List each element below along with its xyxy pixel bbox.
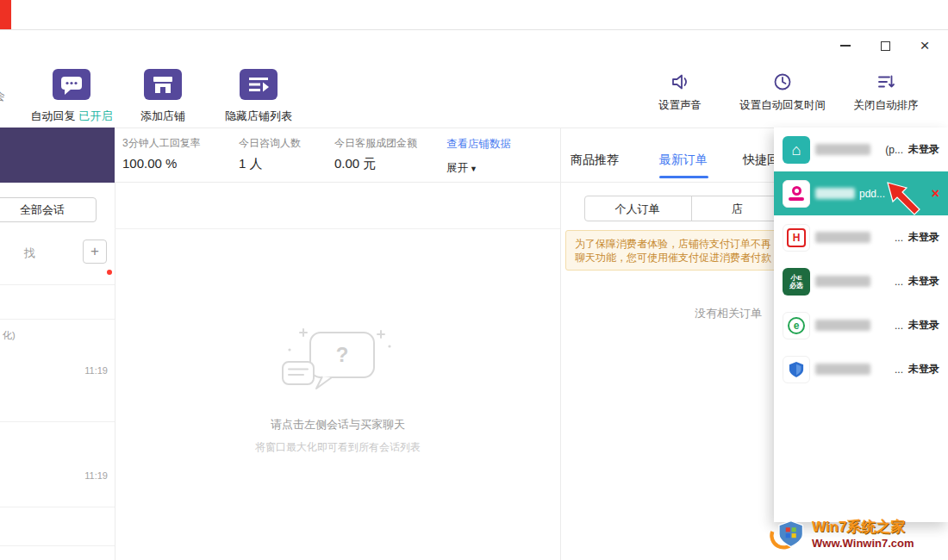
winwin7-logo-icon: [769, 513, 810, 555]
login-status: 未登录: [908, 362, 939, 376]
shop-icon: [144, 69, 182, 100]
stat-consult-count-value: 1 人: [239, 156, 263, 172]
question-mark-icon: ?: [327, 343, 357, 367]
pink-logo-icon: [783, 180, 810, 208]
personal-orders-segment[interactable]: 个人订单: [584, 202, 690, 217]
shop-name-fragment: ...: [895, 320, 903, 332]
shop-name-fragment: pdd...: [859, 188, 885, 200]
active-tab-underline: [659, 176, 708, 178]
caret-down-icon: ▼: [470, 165, 477, 173]
auto-reply-button[interactable]: 自动回复已开启: [20, 69, 123, 124]
store-label: 小E必选: [788, 274, 805, 289]
orders-panel-divider: [560, 128, 561, 560]
blurred-shop-name: [815, 232, 870, 243]
blue-shield-icon: [783, 356, 810, 383]
house-glyph: ⌂: [792, 142, 801, 158]
blurred-shop-name: [815, 320, 870, 331]
stat-group-amount-label: 今日客服成团金额: [334, 136, 417, 151]
chat-bubble-icon: [53, 69, 90, 100]
stat-reply-rate-value: 100.00 %: [122, 156, 177, 171]
app-window: × 会 自动回复已开启 添加店铺 隐藏店铺列表: [0, 0, 948, 560]
list-arrow-icon: [240, 69, 278, 100]
green-e-circle-icon: e: [783, 312, 810, 339]
all-sessions-button[interactable]: 全部会话: [0, 197, 97, 222]
login-status: 未登录: [908, 230, 939, 245]
auto-reply-status: 已开启: [79, 109, 113, 122]
add-shop-label: 添加店铺: [140, 109, 185, 122]
titlebar-border: [0, 29, 948, 30]
chat-header-divider: [115, 228, 560, 229]
search-input[interactable]: 找: [24, 246, 35, 261]
minimize-button[interactable]: [833, 34, 858, 57]
set-auto-reply-time-button[interactable]: 设置自动回复时间: [722, 72, 843, 113]
auto-reply-label: 自动回复: [31, 109, 76, 122]
red-h-logo-icon: H: [783, 224, 810, 252]
sidebar-divider: [115, 183, 115, 560]
divider: [0, 545, 115, 546]
maximize-icon: [881, 41, 890, 51]
login-status: 未登录: [908, 274, 939, 289]
shop-name-fragment: ...: [895, 276, 903, 288]
divider: [0, 284, 115, 285]
expand-button[interactable]: 展开▼: [446, 161, 477, 176]
shop-name-fragment: (p...: [885, 144, 903, 156]
green-store-icon: 小E必选: [783, 268, 810, 296]
tab-product-recommend[interactable]: 商品推荐: [571, 152, 619, 168]
notification-badge: [107, 270, 112, 275]
add-session-button[interactable]: +: [83, 240, 107, 264]
hide-shop-list-button[interactable]: 隐藏店铺列表: [207, 69, 310, 124]
h-glyph: H: [787, 228, 806, 247]
tab-latest-orders[interactable]: 最新订单: [659, 152, 708, 168]
blurred-shop-name: [815, 276, 870, 287]
login-status: 未登录: [908, 318, 939, 333]
teal-house-icon: ⌂: [783, 136, 810, 164]
no-orders-text: 没有相关订单: [672, 306, 784, 321]
shop-list-item[interactable]: e ... 未登录: [774, 303, 948, 347]
shop-list-item[interactable]: ... 未登录: [774, 347, 948, 391]
hide-shop-list-label: 隐藏店铺列表: [225, 109, 292, 122]
set-sound-label: 设置声音: [658, 99, 702, 111]
background-window-red-fragment: [0, 0, 11, 29]
close-auto-sort-label: 关闭自动排序: [854, 99, 919, 111]
shop-list-item[interactable]: ⌂ (p... 未登录: [774, 128, 948, 171]
speaker-icon: [670, 72, 690, 91]
shop-name-fragment: ...: [895, 364, 903, 376]
blurred-shop-name: [815, 364, 870, 375]
e-glyph: e: [788, 317, 805, 334]
close-icon: ×: [920, 36, 929, 55]
divider: [0, 507, 115, 507]
divider: [691, 196, 692, 221]
conversation-list-item[interactable]: 11:19: [0, 421, 115, 507]
empty-chat-hint: 请点击左侧会话与买家聊天: [229, 417, 446, 432]
annotation-arrow-icon: [884, 179, 927, 224]
blurred-shop-name: [815, 188, 855, 199]
conversation-name-fragment: 化): [3, 329, 16, 342]
close-button[interactable]: ×: [912, 34, 938, 57]
close-auto-sort-button[interactable]: 关闭自动排序: [826, 72, 946, 113]
shop-list-item[interactable]: 小E必选 ... 未登录: [774, 259, 948, 303]
conversation-time: 11:19: [84, 365, 108, 376]
view-shop-data-link[interactable]: 查看店铺数据: [446, 137, 511, 152]
donut-shape: [792, 186, 801, 196]
clipped-nav-label: 会: [0, 88, 5, 104]
sort-icon: [876, 72, 896, 91]
add-shop-button[interactable]: 添加店铺: [111, 69, 215, 124]
conversation-list-item[interactable]: 化) 11:19: [0, 319, 115, 421]
close-shop-button[interactable]: ×: [932, 187, 939, 201]
watermark-title: Win7系统之家: [812, 517, 905, 537]
shop-orders-segment[interactable]: 店: [732, 202, 743, 217]
logo-bar: [789, 197, 804, 201]
stat-consult-count-label: 今日咨询人数: [239, 136, 301, 151]
maximize-button[interactable]: [872, 34, 898, 57]
stats-divider: [115, 182, 776, 183]
login-status: 未登录: [908, 142, 939, 157]
stat-reply-rate-label: 3分钟人工回复率: [122, 136, 201, 151]
empty-chat-subhint: 将窗口最大化即可看到所有会话列表: [229, 440, 446, 455]
conversation-time: 11:19: [84, 470, 108, 481]
shield-glyph: [789, 361, 804, 378]
blurred-shop-name: [815, 144, 870, 155]
expand-label: 展开: [446, 162, 468, 174]
minimize-icon: [840, 45, 851, 47]
shop-name-fragment: ...: [895, 232, 903, 244]
set-auto-reply-time-label: 设置自动回复时间: [739, 99, 826, 111]
